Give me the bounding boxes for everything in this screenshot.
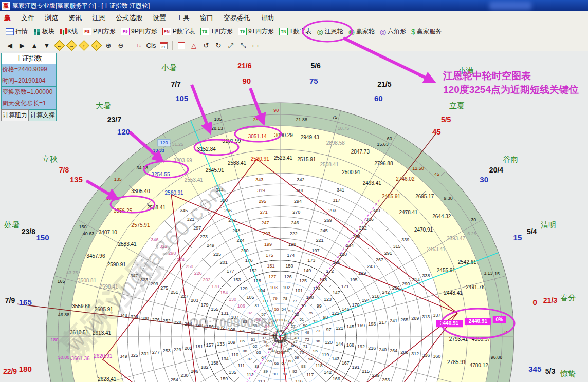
svg-text:45: 45 — [432, 127, 441, 136]
svg-text:2560.91: 2560.91 — [165, 190, 184, 196]
svg-text:290: 290 — [402, 281, 410, 286]
svg-text:谷雨: 谷雨 — [503, 155, 518, 163]
svg-text:102: 102 — [283, 285, 290, 290]
svg-text:春分: 春分 — [560, 293, 576, 302]
calendar-button[interactable]: 21 — [158, 41, 169, 51]
toolbar-item-P四方形[interactable]: PSP四方形 — [80, 26, 118, 37]
svg-text:60: 60 — [387, 136, 392, 141]
svg-text:168: 168 — [346, 342, 354, 348]
svg-text:4830.97: 4830.97 — [472, 336, 491, 342]
gann-wheel-canvas[interactable]: 1234567891011121314151617181920212223242… — [0, 51, 588, 382]
svg-text:253: 253 — [163, 348, 171, 353]
svg-text:301: 301 — [141, 351, 149, 356]
up-button[interactable]: ▲ — [29, 41, 40, 51]
svg-text:172: 172 — [326, 269, 334, 274]
screen-button[interactable]: ▭ — [250, 41, 261, 51]
toolbar-item-T四方形[interactable]: TST四方形 — [198, 26, 235, 37]
toolbar-item-P数字表[interactable]: PNP数字表 — [160, 26, 198, 37]
svg-text:147: 147 — [333, 290, 340, 295]
svg-text:218: 218 — [372, 294, 380, 299]
calc-support-button[interactable]: 计算支撑 — [29, 109, 57, 121]
shrink-button[interactable]: ⤡ — [237, 41, 249, 51]
svg-text:197: 197 — [311, 248, 319, 253]
svg-text:34.38: 34.38 — [137, 165, 149, 170]
square-tool-button[interactable] — [176, 41, 187, 51]
svg-text:180: 180 — [195, 323, 203, 328]
expand-button[interactable]: ⤢ — [225, 41, 236, 51]
toolbar-item-板块[interactable]: 板块 — [30, 26, 57, 37]
svg-text:165: 165 — [58, 279, 65, 284]
toolbar-item-9T四方形[interactable]: T99T四方形 — [235, 26, 277, 37]
zoom-out-button[interactable]: ⊖ — [115, 41, 126, 51]
svg-text:325: 325 — [131, 353, 138, 358]
menu-item-工具[interactable]: 工具 — [171, 12, 195, 24]
shift-down-button[interactable]: ↓ — [90, 41, 102, 51]
svg-text:9.38: 9.38 — [444, 196, 453, 201]
menu-item-浏览[interactable]: 浏览 — [40, 12, 63, 24]
svg-text:272: 272 — [228, 218, 236, 223]
toolbar-item-9P四方形[interactable]: P99P四方形 — [118, 26, 160, 37]
down-button[interactable]: ▼ — [41, 41, 52, 51]
menu-item-文件[interactable]: 文件 — [16, 12, 40, 24]
t9-badge-icon: T9 — [238, 28, 247, 35]
prev-button[interactable]: ◀ — [4, 41, 15, 51]
svg-text:85: 85 — [240, 339, 245, 343]
svg-text:167: 167 — [342, 360, 350, 366]
svg-text:2485.91: 2485.91 — [382, 194, 401, 199]
cls-button[interactable]: Cls — [145, 41, 157, 51]
toolbar-item-T数字表[interactable]: TNT数字表 — [277, 26, 314, 37]
svg-text:96.88: 96.88 — [491, 355, 503, 360]
svg-text:3203.69: 3203.69 — [173, 158, 192, 163]
svg-text:3152.84: 3152.84 — [197, 146, 216, 152]
toolbar-item-赢家轮[interactable]: ◉赢家轮 — [346, 26, 377, 37]
toolbar-item-六角形[interactable]: ◎六角形 — [377, 26, 409, 37]
svg-text:204: 204 — [185, 321, 192, 327]
menu-item-江恩[interactable]: 江恩 — [87, 12, 111, 24]
svg-text:2448.41: 2448.41 — [444, 290, 463, 296]
svg-text:265: 265 — [400, 317, 408, 322]
svg-text:15: 15 — [494, 271, 500, 276]
svg-text:105: 105 — [175, 94, 188, 103]
toolbar-item-赢家服务[interactable]: $赢家服务 — [409, 26, 444, 37]
menu-item-交易委托[interactable]: 交易委托 — [218, 12, 255, 24]
toolbar-item-江恩轮[interactable]: ◎江恩轮 — [314, 26, 345, 37]
zoom-in-button[interactable]: ⊕ — [103, 41, 114, 51]
svg-text:2613.41: 2613.41 — [93, 330, 112, 336]
svg-text:75: 75 — [309, 77, 318, 85]
svg-text:294: 294 — [294, 199, 302, 204]
rotate-ccw-button[interactable]: ↺ — [200, 41, 212, 51]
hexagon-icon: ◎ — [380, 28, 386, 35]
svg-text:51: 51 — [300, 317, 304, 322]
triangle-tool-button[interactable]: △ — [188, 41, 199, 51]
next-button[interactable]: ▶ — [16, 41, 28, 51]
toolbar-item-行情[interactable]: 行情 — [3, 26, 30, 37]
quotes-table-icon — [6, 28, 14, 35]
svg-text:21/3: 21/3 — [543, 296, 557, 304]
svg-text:244: 244 — [346, 243, 354, 248]
svg-text:2523.41: 2523.41 — [274, 155, 293, 161]
svg-text:3.13: 3.13 — [484, 271, 493, 276]
menu-item-公式选股[interactable]: 公式选股 — [111, 12, 148, 24]
svg-text:103: 103 — [270, 285, 278, 290]
shift-up-button[interactable]: ↑ — [78, 41, 89, 51]
menu-item-资讯[interactable]: 资讯 — [63, 12, 87, 24]
menu-item-窗口[interactable]: 窗口 — [195, 12, 218, 24]
calc-resistance-button[interactable]: 计算阻力 — [1, 109, 29, 121]
gann-wheel-chart[interactable]: 1234567891011121314151617181920212223242… — [0, 51, 588, 382]
svg-text:145: 145 — [346, 324, 354, 329]
svg-text:2440.91: 2440.91 — [440, 320, 459, 326]
shift-left-button[interactable]: ← — [53, 41, 65, 51]
svg-text:5/5: 5/5 — [441, 116, 451, 124]
svg-text:大暑: 大暑 — [96, 101, 111, 110]
svg-text:252: 252 — [163, 318, 171, 323]
svg-text:21/6: 21/6 — [237, 62, 251, 70]
menu-item-设置[interactable]: 设置 — [148, 12, 171, 24]
updown-arrows-button[interactable]: ↑↓ — [133, 41, 144, 51]
menu-item-帮助[interactable]: 帮助 — [255, 12, 279, 24]
toolbar-item-K线[interactable]: K线 — [57, 26, 80, 37]
svg-text:123: 123 — [324, 297, 332, 302]
svg-text:249: 249 — [207, 243, 214, 248]
rotate-cw-button[interactable]: ↻ — [213, 41, 224, 51]
svg-text:3051.14: 3051.14 — [248, 133, 267, 139]
shift-right-button[interactable]: → — [66, 41, 77, 51]
